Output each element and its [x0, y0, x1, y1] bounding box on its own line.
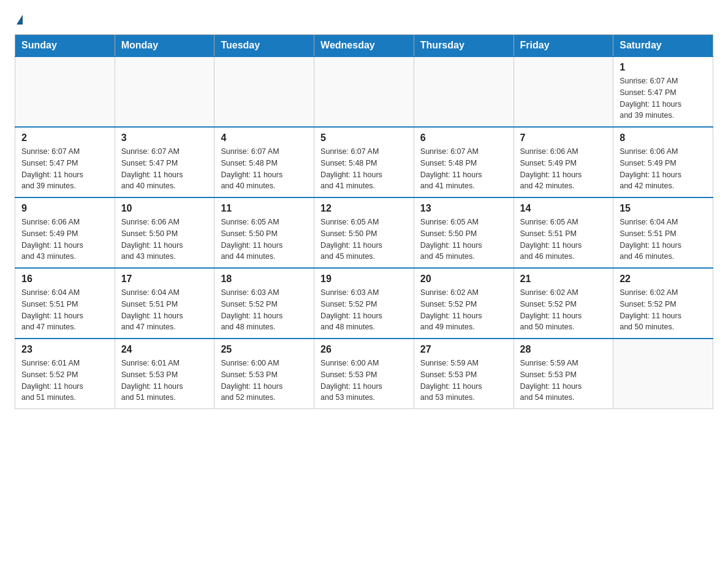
calendar-cell: 3Sunrise: 6:07 AMSunset: 5:47 PMDaylight… [115, 127, 214, 197]
calendar-cell: 18Sunrise: 6:03 AMSunset: 5:52 PMDayligh… [214, 268, 314, 339]
day-info: Sunrise: 6:07 AMSunset: 5:48 PMDaylight:… [221, 146, 308, 192]
calendar-cell: 10Sunrise: 6:06 AMSunset: 5:50 PMDayligh… [115, 197, 214, 268]
day-info: Sunrise: 5:59 AMSunset: 5:53 PMDaylight:… [420, 358, 507, 404]
weekday-header-thursday: Thursday [414, 35, 514, 57]
day-info: Sunrise: 6:06 AMSunset: 5:49 PMDaylight:… [520, 146, 607, 192]
day-number: 14 [520, 203, 607, 214]
calendar-cell: 5Sunrise: 6:07 AMSunset: 5:48 PMDaylight… [314, 127, 414, 197]
day-info: Sunrise: 6:01 AMSunset: 5:53 PMDaylight:… [121, 358, 208, 404]
day-number: 10 [121, 203, 208, 214]
day-number: 27 [420, 344, 507, 355]
day-number: 7 [520, 132, 607, 144]
calendar-cell: 11Sunrise: 6:05 AMSunset: 5:50 PMDayligh… [214, 197, 314, 268]
day-info: Sunrise: 6:04 AMSunset: 5:51 PMDaylight:… [121, 287, 208, 333]
day-number: 2 [21, 132, 108, 144]
day-info: Sunrise: 6:06 AMSunset: 5:50 PMDaylight:… [121, 216, 208, 262]
calendar-week-row: 9Sunrise: 6:06 AMSunset: 5:49 PMDaylight… [15, 197, 713, 268]
day-number: 5 [320, 132, 408, 144]
calendar-cell: 16Sunrise: 6:04 AMSunset: 5:51 PMDayligh… [15, 268, 115, 339]
day-number: 3 [121, 132, 208, 144]
weekday-header-tuesday: Tuesday [214, 35, 314, 57]
calendar-cell [214, 56, 314, 127]
day-info: Sunrise: 6:05 AMSunset: 5:50 PMDaylight:… [420, 216, 507, 262]
calendar-body: 1Sunrise: 6:07 AMSunset: 5:47 PMDaylight… [15, 56, 713, 409]
weekday-header-monday: Monday [115, 35, 214, 57]
weekday-header-wednesday: Wednesday [314, 35, 414, 57]
calendar-cell [514, 56, 613, 127]
calendar-cell: 8Sunrise: 6:06 AMSunset: 5:49 PMDaylight… [613, 127, 713, 197]
calendar-header: SundayMondayTuesdayWednesdayThursdayFrid… [15, 35, 713, 57]
calendar-cell [314, 56, 414, 127]
day-number: 22 [620, 274, 707, 285]
day-info: Sunrise: 6:02 AMSunset: 5:52 PMDaylight:… [420, 287, 507, 333]
day-info: Sunrise: 6:07 AMSunset: 5:47 PMDaylight:… [121, 146, 208, 192]
day-number: 28 [520, 344, 607, 355]
day-number: 4 [221, 132, 308, 144]
calendar-week-row: 23Sunrise: 6:01 AMSunset: 5:52 PMDayligh… [15, 339, 713, 409]
calendar-cell: 1Sunrise: 6:07 AMSunset: 5:47 PMDaylight… [613, 56, 713, 127]
calendar-cell [115, 56, 214, 127]
day-info: Sunrise: 6:02 AMSunset: 5:52 PMDaylight:… [620, 287, 707, 333]
day-info: Sunrise: 6:02 AMSunset: 5:52 PMDaylight:… [520, 287, 607, 333]
day-number: 19 [320, 274, 408, 285]
calendar-cell [414, 56, 514, 127]
day-info: Sunrise: 6:05 AMSunset: 5:50 PMDaylight:… [320, 216, 408, 262]
day-number: 11 [221, 203, 308, 214]
day-info: Sunrise: 5:59 AMSunset: 5:53 PMDaylight:… [520, 358, 607, 404]
calendar-week-row: 2Sunrise: 6:07 AMSunset: 5:47 PMDaylight… [15, 127, 713, 197]
calendar-cell: 2Sunrise: 6:07 AMSunset: 5:47 PMDaylight… [15, 127, 115, 197]
weekday-header-saturday: Saturday [613, 35, 713, 57]
day-info: Sunrise: 6:07 AMSunset: 5:47 PMDaylight:… [21, 146, 108, 192]
calendar-cell: 15Sunrise: 6:04 AMSunset: 5:51 PMDayligh… [613, 197, 713, 268]
calendar-cell: 4Sunrise: 6:07 AMSunset: 5:48 PMDaylight… [214, 127, 314, 197]
day-number: 9 [21, 203, 108, 214]
day-number: 12 [320, 203, 408, 214]
day-number: 8 [620, 132, 707, 144]
day-number: 21 [520, 274, 607, 285]
day-info: Sunrise: 6:00 AMSunset: 5:53 PMDaylight:… [320, 358, 408, 404]
page-header [15, 15, 713, 25]
day-info: Sunrise: 6:04 AMSunset: 5:51 PMDaylight:… [620, 216, 707, 262]
calendar-cell: 27Sunrise: 5:59 AMSunset: 5:53 PMDayligh… [414, 339, 514, 409]
calendar-cell: 28Sunrise: 5:59 AMSunset: 5:53 PMDayligh… [514, 339, 613, 409]
day-info: Sunrise: 6:07 AMSunset: 5:47 PMDaylight:… [620, 75, 707, 121]
calendar-cell: 13Sunrise: 6:05 AMSunset: 5:50 PMDayligh… [414, 197, 514, 268]
day-number: 16 [21, 274, 108, 285]
calendar-table: SundayMondayTuesdayWednesdayThursdayFrid… [15, 34, 713, 409]
day-number: 20 [420, 274, 507, 285]
day-number: 25 [221, 344, 308, 355]
calendar-cell: 20Sunrise: 6:02 AMSunset: 5:52 PMDayligh… [414, 268, 514, 339]
calendar-cell: 19Sunrise: 6:03 AMSunset: 5:52 PMDayligh… [314, 268, 414, 339]
calendar-cell: 22Sunrise: 6:02 AMSunset: 5:52 PMDayligh… [613, 268, 713, 339]
day-info: Sunrise: 6:00 AMSunset: 5:53 PMDaylight:… [221, 358, 308, 404]
day-number: 18 [221, 274, 308, 285]
day-info: Sunrise: 6:05 AMSunset: 5:51 PMDaylight:… [520, 216, 607, 262]
calendar-cell: 9Sunrise: 6:06 AMSunset: 5:49 PMDaylight… [15, 197, 115, 268]
calendar-cell: 14Sunrise: 6:05 AMSunset: 5:51 PMDayligh… [514, 197, 613, 268]
weekday-header-row: SundayMondayTuesdayWednesdayThursdayFrid… [15, 35, 713, 57]
calendar-cell: 17Sunrise: 6:04 AMSunset: 5:51 PMDayligh… [115, 268, 214, 339]
day-info: Sunrise: 6:07 AMSunset: 5:48 PMDaylight:… [320, 146, 408, 192]
logo-triangle-icon [17, 15, 23, 25]
calendar-cell: 24Sunrise: 6:01 AMSunset: 5:53 PMDayligh… [115, 339, 214, 409]
day-info: Sunrise: 6:01 AMSunset: 5:52 PMDaylight:… [21, 358, 108, 404]
calendar-cell [613, 339, 713, 409]
calendar-cell: 12Sunrise: 6:05 AMSunset: 5:50 PMDayligh… [314, 197, 414, 268]
calendar-cell: 6Sunrise: 6:07 AMSunset: 5:48 PMDaylight… [414, 127, 514, 197]
day-number: 17 [121, 274, 208, 285]
day-info: Sunrise: 6:06 AMSunset: 5:49 PMDaylight:… [21, 216, 108, 262]
day-info: Sunrise: 6:03 AMSunset: 5:52 PMDaylight:… [320, 287, 408, 333]
calendar-cell: 26Sunrise: 6:00 AMSunset: 5:53 PMDayligh… [314, 339, 414, 409]
calendar-week-row: 1Sunrise: 6:07 AMSunset: 5:47 PMDaylight… [15, 56, 713, 127]
calendar-cell [15, 56, 115, 127]
day-info: Sunrise: 6:04 AMSunset: 5:51 PMDaylight:… [21, 287, 108, 333]
logo [15, 15, 23, 25]
day-info: Sunrise: 6:05 AMSunset: 5:50 PMDaylight:… [221, 216, 308, 262]
calendar-week-row: 16Sunrise: 6:04 AMSunset: 5:51 PMDayligh… [15, 268, 713, 339]
weekday-header-friday: Friday [514, 35, 613, 57]
calendar-cell: 21Sunrise: 6:02 AMSunset: 5:52 PMDayligh… [514, 268, 613, 339]
day-number: 13 [420, 203, 507, 214]
calendar-cell: 23Sunrise: 6:01 AMSunset: 5:52 PMDayligh… [15, 339, 115, 409]
day-info: Sunrise: 6:03 AMSunset: 5:52 PMDaylight:… [221, 287, 308, 333]
day-number: 15 [620, 203, 707, 214]
